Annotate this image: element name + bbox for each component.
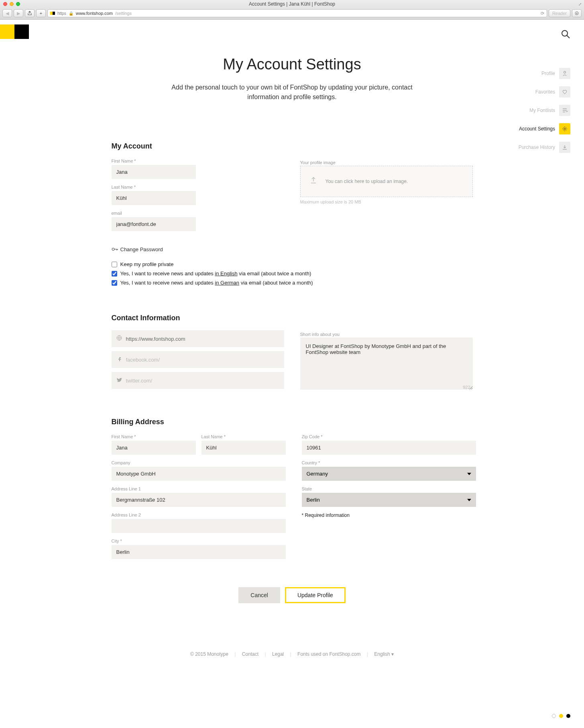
svg-point-1: [562, 31, 568, 36]
footer-contact-link[interactable]: Contact: [242, 651, 258, 657]
svg-point-4: [564, 128, 566, 130]
theme-dot-dark[interactable]: [566, 714, 570, 718]
lock-icon: 🔒: [69, 11, 73, 16]
about-label: Short info about you: [300, 332, 340, 337]
fontshop-logo[interactable]: [0, 24, 29, 39]
website-input[interactable]: [126, 336, 279, 342]
key-icon: [112, 246, 118, 252]
minimize-window-icon[interactable]: [10, 2, 14, 6]
profile-image-upload[interactable]: You can click here to upload an image.: [300, 166, 473, 197]
billing-first-name-input[interactable]: [112, 441, 196, 455]
search-icon[interactable]: [561, 29, 570, 41]
keep-private-checkbox[interactable]: Keep my profile private: [112, 261, 473, 267]
company-input[interactable]: [112, 467, 286, 481]
reader-button[interactable]: Reader: [549, 9, 570, 17]
page-footer: © 2015 Monotype | Contact | Legal | Font…: [112, 651, 473, 657]
website-input-wrap: [112, 330, 284, 347]
upload-note: Maximum upload size is 20 MB: [300, 199, 473, 204]
email-input[interactable]: [112, 217, 196, 231]
footer-language-select[interactable]: English ▾: [374, 651, 394, 657]
zip-label: Zip Code *: [302, 434, 476, 439]
newsletter-de-label: Yes, I want to receive news and updates …: [120, 280, 313, 286]
browser-chrome: Account Settings | Jana Kühl | FontShop …: [0, 0, 584, 20]
sidenav-label: Profile: [541, 71, 555, 76]
email-label: email: [112, 211, 196, 216]
theme-dot-light[interactable]: [552, 714, 556, 718]
state-select[interactable]: Berlin: [302, 493, 476, 507]
change-password-link[interactable]: Change Password: [112, 237, 196, 252]
page-title: My Account Settings: [112, 56, 473, 73]
svg-line-2: [567, 35, 570, 38]
zip-input[interactable]: [302, 441, 476, 455]
keep-private-input[interactable]: [112, 262, 117, 267]
sidenav-fontlists[interactable]: My Fontlists: [519, 105, 570, 116]
upload-text: You can click here to upload an image.: [326, 178, 408, 185]
section-title: My Account: [112, 142, 473, 150]
address2-label: Address Line 2: [112, 512, 286, 517]
newsletter-de-input[interactable]: [112, 280, 117, 286]
sidenav-label: My Fontlists: [529, 108, 555, 113]
titlebar: Account Settings | Jana Kühl | FontShop …: [0, 0, 584, 8]
update-profile-button[interactable]: Update Profile: [285, 587, 346, 603]
city-input[interactable]: [112, 545, 286, 559]
footer-copyright: © 2015 Monotype: [190, 651, 228, 657]
window-title: Account Settings | Jana Kühl | FontShop: [249, 1, 335, 7]
sidenav-profile[interactable]: Profile: [519, 68, 570, 79]
sidenav-label: Purchase History: [519, 144, 555, 150]
contact-section: Contact Information: [112, 314, 473, 390]
share-button[interactable]: [25, 9, 35, 17]
footer-fonts-link[interactable]: Fonts used on FontShop.com: [297, 651, 360, 657]
profile-icon: [559, 68, 570, 79]
sidenav-label: Favorites: [535, 89, 555, 95]
newsletter-en-input[interactable]: [112, 271, 117, 277]
twitter-icon: [116, 377, 122, 384]
billing-section: Billing Address First Name * Last Name *: [112, 418, 473, 559]
url-bar[interactable]: https 🔒 www.fontshop.com/settings ⟳: [47, 9, 547, 17]
first-name-input[interactable]: [112, 165, 196, 179]
billing-first-name-label: First Name *: [112, 434, 196, 439]
last-name-input[interactable]: [112, 191, 196, 205]
list-icon: [559, 105, 570, 116]
country-select[interactable]: Germany: [302, 467, 476, 481]
about-textarea[interactable]: [300, 338, 473, 390]
required-note: * Required information: [302, 512, 476, 518]
sidenav-purchase-history[interactable]: Purchase History: [519, 142, 570, 153]
browser-toolbar: ◀ ▶ + https 🔒 www.fontshop.com/settings …: [0, 8, 584, 19]
billing-last-name-label: Last Name *: [201, 434, 286, 439]
sidenav-account-settings[interactable]: Account Settings: [519, 123, 570, 134]
close-window-icon[interactable]: [3, 2, 7, 6]
sidenav-label: Account Settings: [519, 126, 555, 132]
billing-last-name-input[interactable]: [201, 441, 286, 455]
url-host: www.fontshop.com: [76, 11, 113, 16]
back-button[interactable]: ◀: [2, 9, 12, 17]
svg-point-5: [112, 248, 114, 250]
forward-button[interactable]: ▶: [14, 9, 23, 17]
url-path: /settings: [115, 11, 132, 16]
twitter-input-wrap: [112, 372, 284, 389]
fullscreen-icon[interactable]: ⤢: [578, 2, 582, 6]
theme-dot-yellow[interactable]: [559, 714, 563, 718]
downloads-button[interactable]: [572, 9, 582, 17]
account-sidenav: Profile Favorites My Fontlists Account S…: [519, 68, 570, 153]
last-name-label: Last Name *: [112, 185, 196, 189]
zoom-window-icon[interactable]: [16, 2, 20, 6]
company-label: Company: [112, 460, 286, 465]
page-subtitle: Add the personal touch to your own bit o…: [162, 83, 423, 102]
footer-legal-link[interactable]: Legal: [272, 651, 284, 657]
my-account-section: My Account First Name * Last Name *: [112, 142, 473, 286]
newsletter-de-checkbox[interactable]: Yes, I want to receive news and updates …: [112, 280, 473, 286]
twitter-input[interactable]: [126, 378, 279, 384]
address1-input[interactable]: [112, 493, 286, 507]
facebook-input-wrap: [112, 351, 284, 368]
form-actions: Cancel Update Profile: [112, 587, 473, 603]
reload-icon[interactable]: ⟳: [541, 11, 544, 16]
facebook-input[interactable]: [126, 357, 279, 363]
sidenav-favorites[interactable]: Favorites: [519, 86, 570, 98]
address2-input[interactable]: [112, 519, 286, 533]
cancel-button[interactable]: Cancel: [238, 587, 280, 603]
add-button[interactable]: +: [36, 9, 46, 17]
upload-icon: [309, 176, 318, 187]
newsletter-en-checkbox[interactable]: Yes, I want to receive news and updates …: [112, 270, 473, 277]
first-name-label: First Name *: [112, 159, 196, 163]
facebook-icon: [116, 356, 122, 363]
